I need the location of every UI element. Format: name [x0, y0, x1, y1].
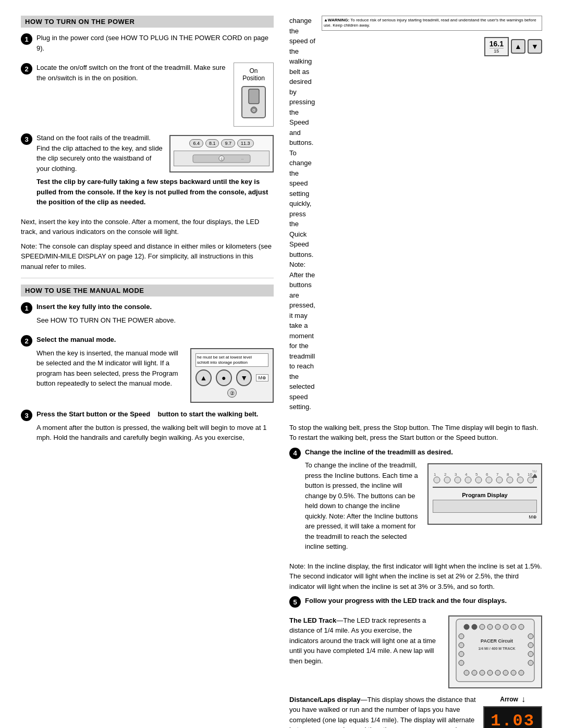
- svg-point-35: [495, 624, 500, 630]
- step-4-number: 4: [289, 448, 301, 459]
- distance-value: 1.03: [491, 711, 535, 729]
- svg-point-40: [459, 643, 464, 648]
- step-3-number: 3: [21, 133, 32, 145]
- distance-text-block: Distance/Laps display—This display shows…: [289, 695, 477, 729]
- step-2-content: Locate the on/off switch on the front of…: [36, 63, 274, 127]
- key-slot-area: ① ··: [174, 151, 270, 166]
- svg-point-39: [459, 634, 464, 639]
- step-1-text: Plug in the power cord (see HOW TO PLUG …: [36, 33, 274, 53]
- svg-text:3: 3: [455, 472, 457, 477]
- arrow-down-icon: ↓: [521, 695, 525, 704]
- m-indicator-tag: M⊕: [256, 374, 268, 381]
- incline-note: Note: In the incline display, the first …: [289, 561, 542, 592]
- left-column: HOW TO TURN ON THE POWER 1 Plug in the p…: [21, 16, 274, 728]
- section-divider: [21, 278, 274, 278]
- on-label: On: [249, 67, 258, 75]
- pacer-circuit-label: PACER Circuit 1/4 Mi / 400 M TRACK: [454, 616, 537, 685]
- pacer-svg: PACER Circuit 1/4 Mi / 400 M TRACK: [454, 616, 537, 684]
- svg-point-19: [444, 477, 450, 483]
- step-circle-2: ②: [227, 388, 237, 398]
- program-display-diagram: 1 2 3 4 5 6 7 8 9 10: [427, 460, 542, 525]
- step-1-number: 1: [21, 33, 32, 45]
- svg-point-45: [528, 634, 533, 639]
- speed-btn-97: 9.7: [221, 139, 235, 147]
- manual-step-3-text: A moment after the button is pressed, th…: [36, 423, 274, 443]
- speed-control-row: 16.1 15 ▲ ▼: [484, 37, 542, 56]
- right-intro-text: change the speed of the walking belt as …: [289, 16, 315, 416]
- distance-heading-para: Distance/Laps display—This display shows…: [289, 695, 477, 729]
- svg-point-48: [528, 660, 533, 665]
- svg-point-21: [465, 477, 471, 483]
- manual-step-1-text: See HOW TO TURN ON THE POWER above.: [36, 315, 274, 326]
- svg-point-53: [495, 670, 500, 675]
- svg-text:9: 9: [517, 472, 520, 477]
- led-track-text-block: The LED Track—The LED track represents a…: [289, 615, 442, 671]
- on-position-diagram: On Position O: [234, 63, 274, 127]
- svg-text:2: 2: [444, 472, 447, 477]
- svg-point-33: [480, 624, 485, 630]
- center-btn: ●: [216, 369, 232, 386]
- speed-btn-64: 6.4: [189, 139, 203, 147]
- step-1-content: Plug in the power cord (see HOW TO PLUG …: [36, 33, 274, 56]
- down-speed-btn[interactable]: ▼: [528, 39, 542, 54]
- distance-display-box: 1.03: [483, 706, 542, 729]
- svg-point-20: [455, 477, 461, 483]
- warning-box: ▲WARNING: To reduce risk of serious inju…: [322, 16, 542, 31]
- right-para2: To stop the walking belt, press the Stop…: [289, 423, 542, 443]
- step-3-bold: Test the clip by care-fully taking a few…: [36, 177, 274, 207]
- svg-point-32: [472, 624, 477, 630]
- led-track-para: The LED Track—The LED track represents a…: [289, 615, 442, 667]
- manual-step-3: 3 Press the Start button or the Speed bu…: [21, 409, 274, 446]
- m-circle-indicator: M⊕: [433, 514, 537, 520]
- speed-btn-81: 8.1: [205, 139, 219, 147]
- program-display-label: Program Display: [433, 492, 537, 498]
- switch-svg: O: [239, 84, 268, 120]
- speed-display-section: ▲WARNING: To reduce risk of serious inju…: [322, 16, 542, 56]
- distance-laps-section: Distance/Laps display—This display shows…: [289, 695, 542, 729]
- manual-step-1-content: Insert the key fully into the console. S…: [36, 302, 274, 328]
- speed-top-value: 16.1: [489, 40, 504, 48]
- svg-point-26: [517, 477, 523, 483]
- svg-point-34: [487, 624, 493, 630]
- svg-point-25: [507, 477, 513, 483]
- manual-step-1: 1 Insert the key fully into the console.…: [21, 302, 274, 328]
- manual-step-1-number: 1: [21, 302, 32, 314]
- manual-step-2-number: 2: [21, 335, 32, 347]
- step-2-number: 2: [21, 63, 32, 75]
- section2-header: HOW TO USE THE MANUAL MODE: [21, 285, 274, 297]
- step-5-bold: Follow your progress with the LED track …: [305, 596, 542, 606]
- svg-text:O: O: [252, 108, 255, 112]
- svg-text:1: 1: [434, 472, 436, 477]
- svg-point-50: [472, 670, 477, 675]
- svg-point-31: [464, 624, 469, 630]
- step-2: 2 Locate the on/off switch on the front …: [21, 63, 274, 127]
- svg-point-47: [528, 651, 533, 657]
- svg-point-41: [459, 651, 464, 657]
- step-1: 1 Plug in the power cord (see HOW TO PLU…: [21, 33, 274, 56]
- manual-step-3-bold: Press the Start button or the Speed butt…: [36, 409, 274, 419]
- svg-text:4: 4: [465, 472, 468, 477]
- svg-point-37: [511, 624, 516, 630]
- svg-point-55: [511, 670, 516, 675]
- speed-number-display: 16.1 15: [484, 37, 509, 56]
- para2-left: Note: The console can display speed and …: [21, 241, 274, 272]
- svg-text:··: ··: [241, 157, 243, 162]
- step-5-number: 5: [289, 596, 301, 608]
- manual-step-1-bold: Insert the key fully into the console.: [36, 302, 274, 312]
- svg-text:1/4 Mi / 400 M TRACK: 1/4 Mi / 400 M TRACK: [478, 647, 515, 650]
- svg-text:%/mile: %/mile: [532, 470, 537, 473]
- key-slot-svg: ① ··: [190, 152, 253, 165]
- svg-text:PACER Circuit: PACER Circuit: [481, 638, 513, 644]
- svg-point-46: [528, 643, 533, 648]
- led-track-diagram: PACER Circuit 1/4 Mi / 400 M TRACK: [448, 615, 542, 688]
- step-3-content: Stand on the foot rails of the treadmill…: [36, 133, 274, 211]
- led-track-section: The LED Track—The LED track represents a…: [289, 615, 542, 688]
- position-label: Position: [242, 75, 265, 82]
- step-5-content: Follow your progress with the LED track …: [305, 596, 542, 609]
- svg-point-51: [480, 670, 485, 675]
- svg-point-36: [503, 624, 508, 630]
- manual-step-2-bold: Select the manual mode.: [36, 335, 274, 345]
- up-speed-btn[interactable]: ▲: [511, 39, 525, 54]
- step-3: 3 Stand on the foot rails of the treadmi…: [21, 133, 274, 211]
- step-4-text: To change the incline of the treadmill, …: [305, 460, 422, 552]
